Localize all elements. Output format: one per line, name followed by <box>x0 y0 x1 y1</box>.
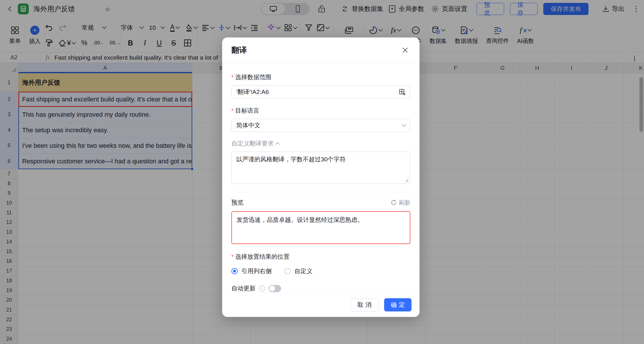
refresh-icon <box>390 199 397 206</box>
radio-selected-icon[interactable] <box>231 268 238 274</box>
translate-dialog: 翻译 选择数据范围 目标语言 简体中文 自定义翻译要求 <box>222 37 420 317</box>
target-language-label: 目标语言 <box>231 107 410 115</box>
data-range-label: 选择数据范围 <box>231 73 410 81</box>
data-range-input[interactable] <box>231 85 410 99</box>
cancel-button[interactable]: 取消 <box>350 298 378 311</box>
info-icon[interactable]: i <box>259 286 265 292</box>
custom-requirement-label: 自定义翻译要求 <box>231 139 274 148</box>
preview-result-box: 发货迅速，品质卓越。设计显然经过深思熟虑。 <box>231 211 410 244</box>
preview-label: 预览 <box>231 199 243 207</box>
placement-option-custom[interactable]: 自定义 <box>284 267 313 275</box>
close-icon[interactable] <box>400 45 410 55</box>
refresh-label: 刷新 <box>399 199 410 207</box>
target-language-value: 简体中文 <box>236 121 260 129</box>
custom-requirement-textarea[interactable]: 以严谨的风格翻译，字数不超过30个字符 <box>231 152 410 184</box>
range-selector-icon[interactable] <box>399 88 405 95</box>
dialog-footer: 取消 确定 <box>222 292 420 317</box>
placement-label: 选择放置结果的位置 <box>231 253 410 261</box>
target-language-select[interactable]: 简体中文 <box>231 119 410 132</box>
resize-handle-icon[interactable] <box>405 179 409 182</box>
dialog-header: 翻译 <box>222 37 420 63</box>
chevron-up-icon <box>275 142 280 147</box>
custom-requirement-toggle[interactable]: 自定义翻译要求 <box>231 139 410 148</box>
dialog-body: 选择数据范围 目标语言 简体中文 自定义翻译要求 以严谨的风格翻译，字数不超过3… <box>222 63 420 292</box>
auto-update-label: 自动更新 <box>231 284 256 292</box>
data-range-value[interactable] <box>236 88 399 95</box>
app-window: 海外用户反馈 ★ 替换数据集 全局参数 页面设置 预览 保存 <box>0 0 644 344</box>
radio-unselected-icon[interactable] <box>284 268 291 274</box>
placement-option-right-label: 引用列右侧 <box>241 267 272 275</box>
refresh-button[interactable]: 刷新 <box>390 199 410 207</box>
confirm-button[interactable]: 确定 <box>384 298 411 311</box>
chevron-down-icon <box>402 122 406 127</box>
placement-option-custom-label: 自定义 <box>294 267 313 275</box>
dialog-title: 翻译 <box>231 45 247 55</box>
placement-option-right[interactable]: 引用列右侧 <box>231 267 272 275</box>
auto-update-toggle[interactable] <box>268 285 281 292</box>
section-divider <box>231 192 410 192</box>
